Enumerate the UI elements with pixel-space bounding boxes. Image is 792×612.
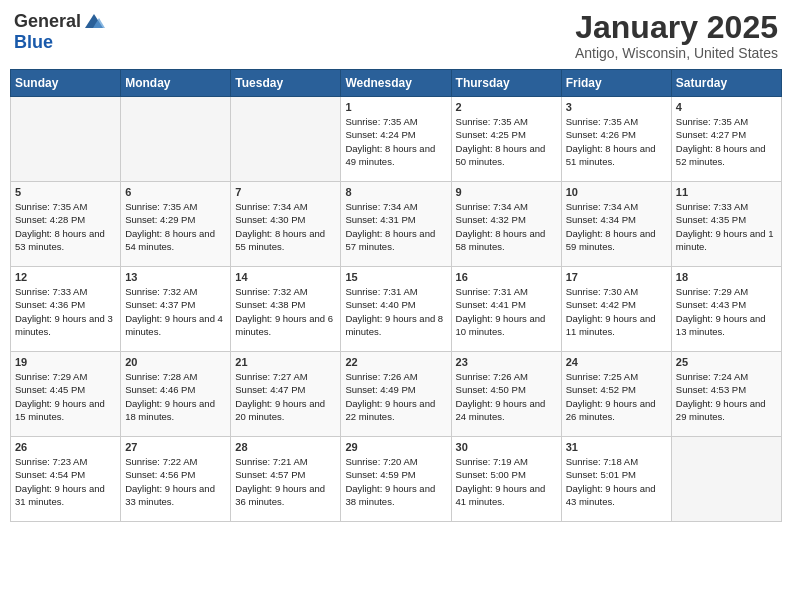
- day-info: Sunrise: 7:34 AM Sunset: 4:30 PM Dayligh…: [235, 200, 336, 253]
- calendar-cell: 30Sunrise: 7:19 AM Sunset: 5:00 PM Dayli…: [451, 437, 561, 522]
- day-info: Sunrise: 7:34 AM Sunset: 4:32 PM Dayligh…: [456, 200, 557, 253]
- calendar-cell: 22Sunrise: 7:26 AM Sunset: 4:49 PM Dayli…: [341, 352, 451, 437]
- day-number: 2: [456, 101, 557, 113]
- logo-icon: [83, 10, 105, 32]
- day-number: 10: [566, 186, 667, 198]
- day-number: 7: [235, 186, 336, 198]
- day-number: 16: [456, 271, 557, 283]
- day-info: Sunrise: 7:26 AM Sunset: 4:49 PM Dayligh…: [345, 370, 446, 423]
- week-row-3: 12Sunrise: 7:33 AM Sunset: 4:36 PM Dayli…: [11, 267, 782, 352]
- day-number: 1: [345, 101, 446, 113]
- day-number: 13: [125, 271, 226, 283]
- calendar-cell: 6Sunrise: 7:35 AM Sunset: 4:29 PM Daylig…: [121, 182, 231, 267]
- day-number: 27: [125, 441, 226, 453]
- logo-general-text: General: [14, 11, 81, 32]
- calendar-cell: 21Sunrise: 7:27 AM Sunset: 4:47 PM Dayli…: [231, 352, 341, 437]
- calendar-cell: [671, 437, 781, 522]
- logo: General Blue: [14, 10, 105, 53]
- day-header-saturday: Saturday: [671, 70, 781, 97]
- day-info: Sunrise: 7:35 AM Sunset: 4:29 PM Dayligh…: [125, 200, 226, 253]
- day-number: 8: [345, 186, 446, 198]
- calendar-cell: 25Sunrise: 7:24 AM Sunset: 4:53 PM Dayli…: [671, 352, 781, 437]
- day-header-sunday: Sunday: [11, 70, 121, 97]
- day-info: Sunrise: 7:32 AM Sunset: 4:37 PM Dayligh…: [125, 285, 226, 338]
- day-info: Sunrise: 7:28 AM Sunset: 4:46 PM Dayligh…: [125, 370, 226, 423]
- week-row-5: 26Sunrise: 7:23 AM Sunset: 4:54 PM Dayli…: [11, 437, 782, 522]
- day-number: 21: [235, 356, 336, 368]
- day-info: Sunrise: 7:25 AM Sunset: 4:52 PM Dayligh…: [566, 370, 667, 423]
- calendar-cell: 23Sunrise: 7:26 AM Sunset: 4:50 PM Dayli…: [451, 352, 561, 437]
- calendar-cell: 11Sunrise: 7:33 AM Sunset: 4:35 PM Dayli…: [671, 182, 781, 267]
- month-title: January 2025: [575, 10, 778, 45]
- calendar-cell: 15Sunrise: 7:31 AM Sunset: 4:40 PM Dayli…: [341, 267, 451, 352]
- calendar-cell: 10Sunrise: 7:34 AM Sunset: 4:34 PM Dayli…: [561, 182, 671, 267]
- location: Antigo, Wisconsin, United States: [575, 45, 778, 61]
- calendar-cell: 8Sunrise: 7:34 AM Sunset: 4:31 PM Daylig…: [341, 182, 451, 267]
- calendar-cell: 16Sunrise: 7:31 AM Sunset: 4:41 PM Dayli…: [451, 267, 561, 352]
- day-number: 22: [345, 356, 446, 368]
- week-row-2: 5Sunrise: 7:35 AM Sunset: 4:28 PM Daylig…: [11, 182, 782, 267]
- day-number: 18: [676, 271, 777, 283]
- title-block: January 2025 Antigo, Wisconsin, United S…: [575, 10, 778, 61]
- calendar-cell: 20Sunrise: 7:28 AM Sunset: 4:46 PM Dayli…: [121, 352, 231, 437]
- day-header-wednesday: Wednesday: [341, 70, 451, 97]
- calendar-cell: 4Sunrise: 7:35 AM Sunset: 4:27 PM Daylig…: [671, 97, 781, 182]
- calendar-cell: 1Sunrise: 7:35 AM Sunset: 4:24 PM Daylig…: [341, 97, 451, 182]
- week-row-1: 1Sunrise: 7:35 AM Sunset: 4:24 PM Daylig…: [11, 97, 782, 182]
- calendar-cell: 12Sunrise: 7:33 AM Sunset: 4:36 PM Dayli…: [11, 267, 121, 352]
- day-header-tuesday: Tuesday: [231, 70, 341, 97]
- day-info: Sunrise: 7:29 AM Sunset: 4:45 PM Dayligh…: [15, 370, 116, 423]
- calendar-cell: [231, 97, 341, 182]
- calendar-cell: 5Sunrise: 7:35 AM Sunset: 4:28 PM Daylig…: [11, 182, 121, 267]
- page-header: General Blue January 2025 Antigo, Wiscon…: [10, 10, 782, 61]
- day-number: 24: [566, 356, 667, 368]
- day-header-monday: Monday: [121, 70, 231, 97]
- day-number: 12: [15, 271, 116, 283]
- day-number: 6: [125, 186, 226, 198]
- day-info: Sunrise: 7:35 AM Sunset: 4:27 PM Dayligh…: [676, 115, 777, 168]
- days-of-week-row: SundayMondayTuesdayWednesdayThursdayFrid…: [11, 70, 782, 97]
- day-number: 15: [345, 271, 446, 283]
- week-row-4: 19Sunrise: 7:29 AM Sunset: 4:45 PM Dayli…: [11, 352, 782, 437]
- day-info: Sunrise: 7:32 AM Sunset: 4:38 PM Dayligh…: [235, 285, 336, 338]
- day-info: Sunrise: 7:31 AM Sunset: 4:41 PM Dayligh…: [456, 285, 557, 338]
- day-info: Sunrise: 7:22 AM Sunset: 4:56 PM Dayligh…: [125, 455, 226, 508]
- day-number: 9: [456, 186, 557, 198]
- day-info: Sunrise: 7:24 AM Sunset: 4:53 PM Dayligh…: [676, 370, 777, 423]
- calendar-cell: 7Sunrise: 7:34 AM Sunset: 4:30 PM Daylig…: [231, 182, 341, 267]
- day-number: 11: [676, 186, 777, 198]
- day-info: Sunrise: 7:29 AM Sunset: 4:43 PM Dayligh…: [676, 285, 777, 338]
- day-info: Sunrise: 7:35 AM Sunset: 4:25 PM Dayligh…: [456, 115, 557, 168]
- calendar-cell: 17Sunrise: 7:30 AM Sunset: 4:42 PM Dayli…: [561, 267, 671, 352]
- calendar-table: SundayMondayTuesdayWednesdayThursdayFrid…: [10, 69, 782, 522]
- day-info: Sunrise: 7:33 AM Sunset: 4:35 PM Dayligh…: [676, 200, 777, 253]
- calendar-body: 1Sunrise: 7:35 AM Sunset: 4:24 PM Daylig…: [11, 97, 782, 522]
- day-number: 4: [676, 101, 777, 113]
- calendar-cell: 19Sunrise: 7:29 AM Sunset: 4:45 PM Dayli…: [11, 352, 121, 437]
- day-info: Sunrise: 7:33 AM Sunset: 4:36 PM Dayligh…: [15, 285, 116, 338]
- day-info: Sunrise: 7:34 AM Sunset: 4:31 PM Dayligh…: [345, 200, 446, 253]
- calendar-cell: [11, 97, 121, 182]
- day-info: Sunrise: 7:35 AM Sunset: 4:24 PM Dayligh…: [345, 115, 446, 168]
- calendar-cell: 28Sunrise: 7:21 AM Sunset: 4:57 PM Dayli…: [231, 437, 341, 522]
- day-info: Sunrise: 7:35 AM Sunset: 4:28 PM Dayligh…: [15, 200, 116, 253]
- day-number: 26: [15, 441, 116, 453]
- calendar-cell: 24Sunrise: 7:25 AM Sunset: 4:52 PM Dayli…: [561, 352, 671, 437]
- calendar-cell: 9Sunrise: 7:34 AM Sunset: 4:32 PM Daylig…: [451, 182, 561, 267]
- day-number: 23: [456, 356, 557, 368]
- day-info: Sunrise: 7:35 AM Sunset: 4:26 PM Dayligh…: [566, 115, 667, 168]
- day-number: 5: [15, 186, 116, 198]
- day-info: Sunrise: 7:18 AM Sunset: 5:01 PM Dayligh…: [566, 455, 667, 508]
- day-header-friday: Friday: [561, 70, 671, 97]
- day-info: Sunrise: 7:19 AM Sunset: 5:00 PM Dayligh…: [456, 455, 557, 508]
- day-header-thursday: Thursday: [451, 70, 561, 97]
- day-number: 29: [345, 441, 446, 453]
- day-number: 31: [566, 441, 667, 453]
- calendar-cell: 31Sunrise: 7:18 AM Sunset: 5:01 PM Dayli…: [561, 437, 671, 522]
- calendar-cell: 26Sunrise: 7:23 AM Sunset: 4:54 PM Dayli…: [11, 437, 121, 522]
- calendar-cell: 18Sunrise: 7:29 AM Sunset: 4:43 PM Dayli…: [671, 267, 781, 352]
- day-number: 14: [235, 271, 336, 283]
- calendar-header: SundayMondayTuesdayWednesdayThursdayFrid…: [11, 70, 782, 97]
- day-info: Sunrise: 7:30 AM Sunset: 4:42 PM Dayligh…: [566, 285, 667, 338]
- day-number: 19: [15, 356, 116, 368]
